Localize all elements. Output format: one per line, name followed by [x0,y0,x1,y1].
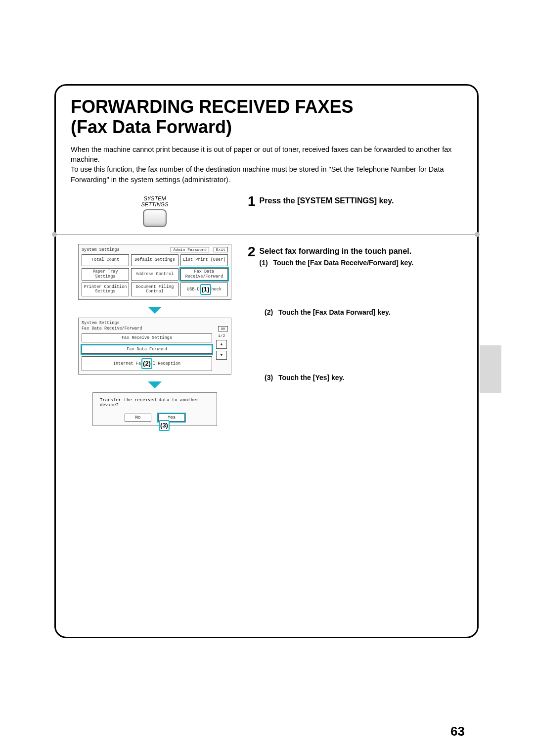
page-down-button[interactable]: ▼ [216,351,227,360]
screen2-title: System Settings [82,321,120,326]
page-title: FORWARDING RECEIVED FAXES (Fax Data Forw… [71,96,462,138]
btn-fax-data-forward-label: Fax Data Forward [127,347,167,352]
dialog-text: Transfer the received data to another de… [98,398,212,408]
callout-3: (3) [159,420,170,431]
key-label-2: SETTINGS [141,201,168,207]
hardware-key-icon[interactable] [143,209,167,227]
system-settings-key-graphic: SYSTEM SETTINGS [141,195,168,227]
touchscreen-fax-data-receive-forward: System Settings Fax Data Receive/Forward… [78,318,231,375]
substep-1-num: (1) [260,259,273,267]
screen1-title: System Settings [82,247,120,252]
content-frame: FORWARDING RECEIVED FAXES (Fax Data Forw… [54,84,479,638]
btn-address-control[interactable]: Address Control [131,268,178,281]
arrow-down-icon [148,381,162,388]
description: When the machine cannot print because it… [71,144,462,185]
admin-password-button[interactable]: Admin Password [171,247,209,252]
btn-paper-tray[interactable]: Paper Tray Settings [82,268,129,281]
callout-1: (1) [200,284,211,295]
step-2-heading: Select fax forwarding in the touch panel… [260,247,413,256]
btn-printer-condition[interactable]: Printer Condition Settings [82,283,129,296]
btn-fax-data-receive-forward[interactable]: Fax Data Receive/Forward [180,268,228,281]
substep-3-text: Touch the [Yes] key. [278,374,344,381]
btn-total-count[interactable]: Total Count [82,254,129,266]
touchscreen-system-settings: System Settings Admin Password Exit Tota… [78,244,231,300]
no-button[interactable]: No [125,414,151,422]
step-1-heading: Press the [SYSTEM SETTINGS] key. [260,196,394,205]
substep-1-text: Touch the [Fax Data Receive/Forward] key… [273,259,413,267]
btn-internet-fax-manual-reception[interactable]: Internet Fa(2)l Reception [82,356,212,371]
confirm-dialog: Transfer the received data to another de… [92,392,217,426]
section-tab [480,345,501,393]
btn-fax-data-forward[interactable]: Fax Data Forward [82,345,212,354]
exit-button[interactable]: Exit [214,247,228,252]
btn-document-filing[interactable]: Document Filing Control [131,283,178,296]
step-divider [54,234,477,235]
arrow-down-icon [148,307,162,314]
substep-2-text: Touch the [Fax Data Forward] key. [278,308,391,316]
callout-2: (2) [141,358,152,369]
page-indicator: 1/2 [218,333,225,338]
page-up-button[interactable]: ▲ [216,340,227,349]
step-1-number: 1 [248,193,256,209]
usb-text-right: heck [212,287,222,292]
btn-fax-receive-settings[interactable]: Fax Receive Settings [82,333,212,342]
btn-list-print[interactable]: List Print (User) [180,254,228,266]
screen2-subtitle: Fax Data Receive/Forward [82,326,142,331]
btn-default-settings[interactable]: Default Settings [131,254,178,266]
page-number: 63 [450,724,465,739]
usb-text-left: USB-D [187,287,200,292]
ifax-right: l Reception [153,361,180,366]
title-line-2: (Fax Data Forward) [71,117,232,137]
ifax-left: Internet Fa [113,361,141,366]
substep-2-num: (2) [265,308,278,316]
key-label-1: SYSTEM [143,195,166,201]
btn-usb-device-check[interactable]: USB-D(1)heck [180,283,228,296]
ok-button[interactable]: OK [218,326,228,331]
step-2-number: 2 [248,244,256,260]
title-line-1: FORWARDING RECEIVED FAXES [71,96,353,117]
substep-3-num: (3) [265,374,278,381]
